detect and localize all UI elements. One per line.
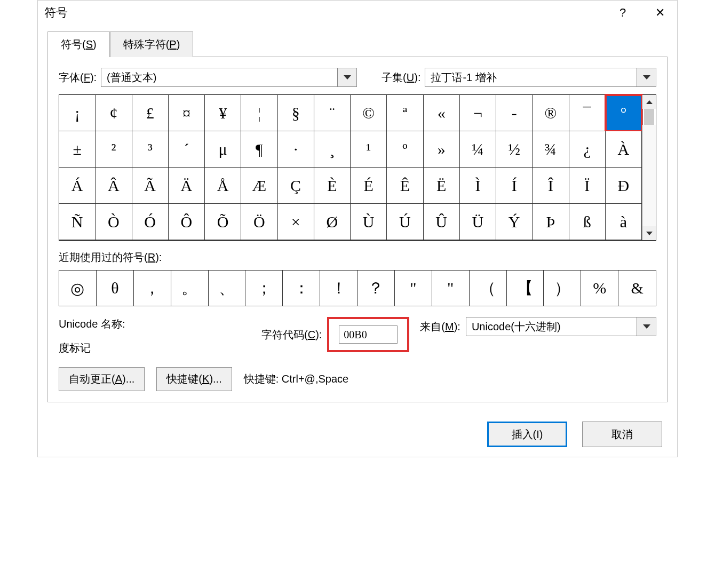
- recent-symbol-cell[interactable]: %: [581, 271, 618, 306]
- symbol-cell[interactable]: À: [606, 131, 642, 168]
- recent-symbol-cell[interactable]: ？: [358, 271, 395, 306]
- symbol-cell[interactable]: Ä: [169, 168, 205, 204]
- symbol-cell[interactable]: ·: [278, 131, 314, 168]
- recent-symbol-cell[interactable]: ：: [283, 271, 320, 306]
- scroll-up-button[interactable]: [642, 95, 656, 109]
- symbol-cell[interactable]: -: [496, 95, 533, 131]
- close-button[interactable]: ✕: [649, 5, 671, 21]
- symbol-cell[interactable]: Ø: [314, 204, 351, 240]
- symbol-cell[interactable]: ®: [533, 95, 569, 131]
- symbol-cell[interactable]: ¯: [569, 95, 606, 131]
- symbol-cell[interactable]: ß: [569, 204, 606, 240]
- symbol-cell[interactable]: Å: [205, 168, 241, 204]
- symbol-cell[interactable]: ¥: [205, 95, 241, 131]
- tab-special-characters[interactable]: 特殊字符(P): [110, 31, 194, 57]
- symbol-cell[interactable]: Ì: [460, 168, 496, 204]
- symbol-cell[interactable]: ¬: [460, 95, 496, 131]
- symbol-cell[interactable]: Î: [533, 168, 569, 204]
- symbol-cell[interactable]: Ó: [132, 204, 169, 240]
- symbol-cell[interactable]: Ç: [278, 168, 314, 204]
- tab-symbols[interactable]: 符号(S): [47, 31, 110, 57]
- symbol-cell[interactable]: §: [278, 95, 314, 131]
- symbol-cell[interactable]: ±: [59, 131, 96, 168]
- symbol-cell[interactable]: £: [132, 95, 169, 131]
- symbol-cell[interactable]: É: [351, 168, 387, 204]
- symbol-cell[interactable]: Û: [424, 204, 460, 240]
- unicode-name-block: Unicode 名称: 度标记: [59, 317, 251, 355]
- recent-symbol-cell[interactable]: ◎: [59, 271, 97, 306]
- char-code-label: 字符代码(C):: [261, 328, 322, 342]
- scrollbar-thumb[interactable]: [644, 109, 654, 125]
- subset-select[interactable]: 拉丁语-1 增补: [425, 68, 656, 87]
- symbol-cell[interactable]: ³: [132, 131, 169, 168]
- symbol-cell[interactable]: μ: [205, 131, 241, 168]
- recent-symbol-cell[interactable]: ，: [134, 271, 171, 306]
- symbol-cell[interactable]: ¹: [351, 131, 387, 168]
- autocorrect-button[interactable]: 自动更正(A)...: [59, 367, 145, 391]
- recent-symbol-cell[interactable]: ）: [544, 271, 581, 306]
- cancel-button[interactable]: 取消: [582, 422, 662, 447]
- symbol-cell[interactable]: ¸: [314, 131, 351, 168]
- symbol-cell[interactable]: ¿: [569, 131, 606, 168]
- symbol-cell[interactable]: Ã: [132, 168, 169, 204]
- symbol-cell[interactable]: ¡: [59, 95, 96, 131]
- shortcut-key-button[interactable]: 快捷键(K)...: [156, 367, 232, 391]
- symbol-cell[interactable]: ©: [351, 95, 387, 131]
- symbol-cell[interactable]: ª: [387, 95, 423, 131]
- recent-symbol-cell[interactable]: 【: [507, 271, 544, 306]
- recent-symbol-cell[interactable]: θ: [97, 271, 134, 306]
- symbol-cell[interactable]: ²: [96, 131, 132, 168]
- symbol-cell[interactable]: Ô: [169, 204, 205, 240]
- recent-symbol-cell[interactable]: ": [395, 271, 432, 306]
- symbol-cell[interactable]: ´: [169, 131, 205, 168]
- scrollbar-track[interactable]: [642, 125, 656, 226]
- symbol-cell[interactable]: ¶: [241, 131, 277, 168]
- symbol-cell[interactable]: Ö: [241, 204, 277, 240]
- scroll-down-button[interactable]: [642, 226, 656, 240]
- insert-button[interactable]: 插入(I): [487, 422, 567, 447]
- symbol-cell[interactable]: Â: [96, 168, 132, 204]
- symbol-cell[interactable]: Æ: [241, 168, 277, 204]
- symbol-cell[interactable]: «: [424, 95, 460, 131]
- symbol-cell[interactable]: Đ: [606, 168, 642, 204]
- symbol-cell[interactable]: ¾: [533, 131, 569, 168]
- grid-scrollbar[interactable]: [642, 95, 656, 240]
- symbol-cell[interactable]: ¼: [460, 131, 496, 168]
- symbol-cell[interactable]: ½: [496, 131, 533, 168]
- recent-symbol-cell[interactable]: ！: [320, 271, 358, 306]
- symbol-cell[interactable]: ¦: [241, 95, 277, 131]
- help-button[interactable]: ?: [612, 5, 633, 21]
- symbol-cell[interactable]: à: [606, 204, 642, 240]
- from-select[interactable]: Unicode(十六进制): [466, 317, 656, 336]
- symbol-cell[interactable]: ¢: [96, 95, 132, 131]
- recent-symbol-cell[interactable]: 、: [209, 271, 246, 306]
- char-code-input[interactable]: [339, 325, 398, 344]
- symbol-cell[interactable]: Ù: [351, 204, 387, 240]
- symbol-cell[interactable]: Ê: [387, 168, 423, 204]
- symbol-grid: ¡¢£¤¥¦§¨©ª«¬-®¯°±²³´μ¶·¸¹º»¼½¾¿ÀÁÂÃÄÅÆÇÈ…: [59, 95, 642, 240]
- symbol-cell[interactable]: Ò: [96, 204, 132, 240]
- recent-symbol-cell[interactable]: ": [432, 271, 470, 306]
- font-select[interactable]: (普通文本): [101, 68, 357, 87]
- symbol-cell[interactable]: È: [314, 168, 351, 204]
- symbol-cell[interactable]: ¤: [169, 95, 205, 131]
- symbol-cell[interactable]: º: [387, 131, 423, 168]
- symbol-cell[interactable]: ¨: [314, 95, 351, 131]
- symbol-cell[interactable]: Ú: [387, 204, 423, 240]
- symbol-cell[interactable]: Á: [59, 168, 96, 204]
- symbol-cell[interactable]: ×: [278, 204, 314, 240]
- symbol-cell[interactable]: Þ: [533, 204, 569, 240]
- symbol-cell[interactable]: Í: [496, 168, 533, 204]
- symbol-cell[interactable]: Ï: [569, 168, 606, 204]
- symbol-cell[interactable]: Õ: [205, 204, 241, 240]
- symbol-cell[interactable]: Ü: [460, 204, 496, 240]
- symbol-cell[interactable]: Ý: [496, 204, 533, 240]
- symbol-cell[interactable]: Ë: [424, 168, 460, 204]
- recent-symbol-cell[interactable]: &: [618, 271, 656, 306]
- symbol-cell[interactable]: »: [424, 131, 460, 168]
- symbol-cell[interactable]: °: [606, 95, 642, 131]
- recent-symbol-cell[interactable]: ；: [245, 271, 283, 306]
- recent-symbol-cell[interactable]: 。: [171, 271, 209, 306]
- symbol-cell[interactable]: Ñ: [59, 204, 96, 240]
- recent-symbol-cell[interactable]: （: [470, 271, 507, 306]
